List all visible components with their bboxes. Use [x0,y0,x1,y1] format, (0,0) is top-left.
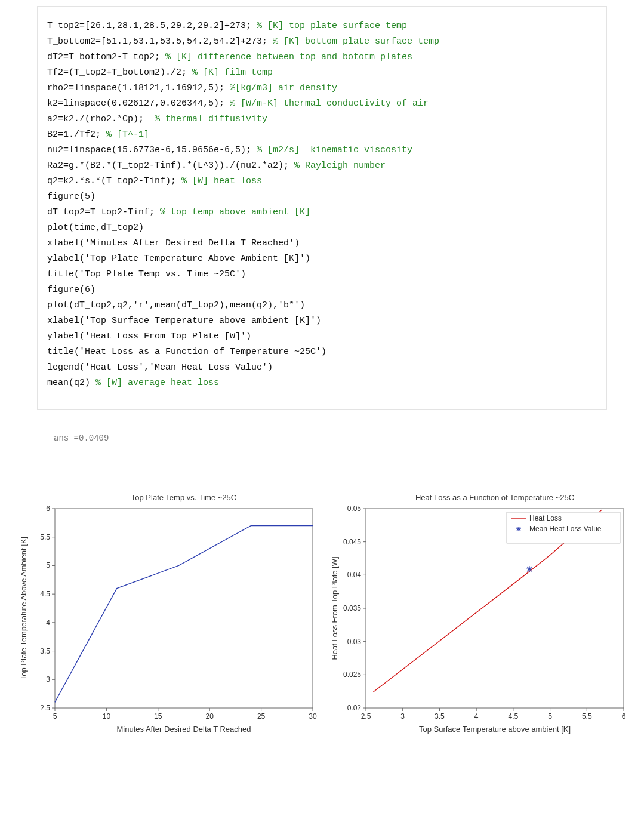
y-tick-label: 0.05 [347,504,362,513]
y-tick-label: 0.04 [347,571,362,579]
code-text: a2=k2./(rho2.*Cp); [47,114,155,124]
x-tick-label: 15 [154,712,162,721]
code-comment: % [W] heat loss [181,176,262,186]
x-tick-label: 3 [400,712,405,721]
code-text: xlabel('Minutes After Desired Delta T Re… [47,238,300,248]
y-tick-label: 0.025 [343,670,361,679]
y-tick-label: 3.5 [40,647,50,655]
code-text: q2=k2.*s.*(T_top2-Tinf); [47,176,181,186]
code-line: k2=linspace(0.026127,0.026344,5); % [W/m… [47,96,597,112]
legend-entry: Heat Loss [529,514,562,522]
code-line: T_bottom2=[51.1,53.1,53.5,54.2,54.2]+273… [47,34,597,50]
code-comment: % [K] difference between top and bototm … [165,52,412,62]
x-tick-label: 4 [474,712,479,721]
code-text: T_top2=[26.1,28.1,28.5,29.2,29.2]+273; [47,21,257,31]
series-marker [526,566,532,572]
chart-right: 2.533.544.555.560.020.0250.030.0350.040.… [328,491,632,738]
code-text: ylabel('Top Plate Temperature Above Ambi… [47,254,310,264]
x-tick-label: 4.5 [509,712,519,721]
code-line: xlabel('Top Surface Temperature above am… [47,313,597,329]
code-line: figure(5) [47,189,597,205]
code-line: Tf2=(T_top2+T_bottom2)./2; % [K] film te… [47,65,597,81]
code-line: figure(6) [47,282,597,298]
y-axis-label: Heat Loss From Top Plate [W] [330,556,339,660]
code-line: dT2=T_bottom2-T_top2; % [K] difference b… [47,50,597,65]
code-line: title('Heat Loss as a Function of Temper… [47,344,597,360]
chart-left: 510152025302.533.544.555.56Top Plate Tem… [17,491,321,738]
code-line: title('Top Plate Temp vs. Time ~25C') [47,267,597,282]
chart-title: Top Plate Temp vs. Time ~25C [131,493,236,502]
code-text: ylabel('Heat Loss From Top Plate [W]') [47,331,251,341]
y-tick-label: 5 [46,561,50,569]
y-tick-label: 0.02 [347,704,362,712]
code-comment: % [K] bottom plate surface temp [273,36,439,47]
code-line: Ra2=g.*(B2.*(T_top2-Tinf).*(L^3))./(nu2.… [47,158,597,174]
code-line: mean(q2) % [W] average heat loss [47,375,597,391]
code-line: ylabel('Heat Loss From Top Plate [W]') [47,329,597,344]
code-line: ylabel('Top Plate Temperature Above Ambi… [47,251,597,267]
y-tick-label: 2.5 [40,704,50,712]
code-comment: % thermal diffusivity [155,114,267,124]
code-text: rho2=linspace(1.18121,1.16912,5); [47,83,230,93]
code-line: a2=k2./(rho2.*Cp); % thermal diffusivity [47,112,597,127]
code-text: Ra2=g.*(B2.*(T_top2-Tinf).*(L^3))./(nu2.… [47,161,294,171]
x-tick-label: 5 [53,712,57,721]
y-tick-label: 4.5 [40,590,50,598]
code-comment: % Rayleigh number [294,161,386,171]
code-text: figure(5) [47,192,95,202]
code-comment: %[kg/m3] air density [230,83,337,93]
x-axis-label: Minutes After Desired Delta T Reached [117,725,251,734]
x-tick-label: 10 [103,712,111,721]
code-text: T_bottom2=[51.1,53.1,53.5,54.2,54.2]+273… [47,36,273,47]
code-comment: % [T^-1] [106,130,149,140]
legend-entry: Mean Heat Loss Value [529,525,602,533]
code-text: dT_top2=T_top2-Tinf; [47,207,160,217]
code-text: figure(6) [47,285,95,295]
code-line: B2=1./Tf2; % [T^-1] [47,127,597,143]
chart-row: 510152025302.533.544.555.56Top Plate Tem… [17,491,632,738]
code-text: B2=1./Tf2; [47,130,106,140]
code-text: title('Heat Loss as a Function of Temper… [47,347,326,357]
code-line: nu2=linspace(15.6773e-6,15.9656e-6,5); %… [47,143,597,158]
code-text: dT2=T_bottom2-T_top2; [47,52,165,62]
x-tick-label: 2.5 [361,712,371,721]
y-axis-label: Top Plate Temperature Above Ambient [K] [19,537,28,680]
code-comment: % top temp above ambient [K] [160,207,310,217]
y-tick-label: 0.03 [347,638,362,646]
x-tick-label: 5.5 [582,712,592,721]
code-text: Tf2=(T_top2+T_bottom2)./2; [47,67,192,78]
code-text: mean(q2) [47,378,95,388]
code-line: q2=k2.*s.*(T_top2-Tinf); % [W] heat loss [47,174,597,189]
x-tick-label: 30 [309,712,317,721]
code-line: dT_top2=T_top2-Tinf; % top temp above am… [47,205,597,220]
matlab-code-block: T_top2=[26.1,28.1,28.5,29.2,29.2]+273; %… [37,6,607,410]
y-tick-label: 0.035 [343,604,361,612]
code-text: k2=linspace(0.026127,0.026344,5); [47,98,230,109]
code-line: rho2=linspace(1.18121,1.16912,5); %[kg/m… [47,81,597,96]
code-line: legend('Heat Loss','Mean Heat Loss Value… [47,360,597,375]
x-tick-label: 20 [206,712,214,721]
code-comment: % [W/m-K] thermal conductivity of air [230,98,429,109]
code-line: plot(time,dT_top2) [47,220,597,236]
code-comment: % [W] average heat loss [95,378,219,388]
code-text: plot(dT_top2,q2,'r',mean(dT_top2),mean(q… [47,300,305,310]
x-tick-label: 5 [548,712,552,721]
chart-title: Heat Loss as a Function of Temperature ~… [415,493,574,502]
code-text: legend('Heat Loss','Mean Heat Loss Value… [47,362,273,372]
x-axis-label: Top Surface Temperature above ambient [K… [419,725,571,734]
x-tick-label: 25 [257,712,266,721]
code-text: title('Top Plate Temp vs. Time ~25C') [47,269,246,279]
x-tick-label: 3.5 [435,712,445,721]
code-text: nu2=linspace(15.6773e-6,15.9656e-6,5); [47,145,257,155]
code-comment: % [K] top plate surface temp [257,21,407,31]
code-comment: % [K] film temp [192,67,273,78]
code-line: xlabel('Minutes After Desired Delta T Re… [47,236,597,251]
y-tick-label: 6 [46,504,50,513]
y-tick-label: 4 [46,618,50,627]
y-tick-label: 0.045 [343,538,361,546]
command-output: ans =0.0409 [54,433,644,443]
code-text: plot(time,dT_top2) [47,223,144,233]
code-text: xlabel('Top Surface Temperature above am… [47,316,321,326]
plot-area [55,509,313,708]
y-tick-label: 3 [46,675,50,684]
